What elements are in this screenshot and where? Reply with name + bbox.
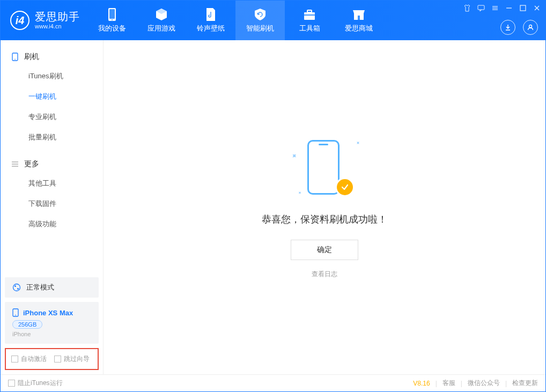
divider: |: [436, 380, 437, 387]
body: 刷机 iTunes刷机 一键刷机 专业刷机 批量刷机 更多 其他工具 下载固件: [1, 40, 545, 374]
sidebar-header-more[interactable]: 更多: [1, 155, 103, 173]
checkbox-skip-guide[interactable]: 跳过向导: [54, 354, 90, 364]
svg-point-26: [15, 315, 16, 316]
feedback-icon[interactable]: [477, 4, 485, 12]
svg-rect-3: [304, 12, 315, 20]
user-button[interactable]: [523, 20, 538, 35]
titlebar: i4 爱思助手 www.i4.cn 我的设备 应用游戏: [1, 1, 545, 40]
sparkle-icon: ✦: [297, 190, 304, 197]
sidebar-item-itunes-flash[interactable]: iTunes刷机: [1, 66, 103, 86]
sidebar-header-flash[interactable]: 刷机: [1, 48, 103, 66]
checkbox-icon: [54, 356, 61, 363]
logo-area: i4 爱思助手 www.i4.cn: [1, 1, 87, 40]
check-update-link[interactable]: 检查更新: [512, 379, 538, 388]
download-button[interactable]: [500, 20, 515, 35]
app-logo-icon: i4: [10, 11, 29, 30]
statusbar-right: V8.16 | 客服 | 微信公众号 | 检查更新: [413, 379, 538, 388]
device-card[interactable]: iPhone XS Max 256GB iPhone: [5, 302, 99, 344]
toolbox-icon: [302, 8, 316, 21]
minimize-button[interactable]: [505, 4, 513, 12]
version-label: V8.16: [413, 380, 430, 387]
sidebar-item-batch-flash[interactable]: 批量刷机: [1, 127, 103, 147]
sidebar-bottom: 正常模式 iPhone XS Max 256GB iPhone 自动激活: [1, 273, 103, 374]
svg-point-24: [17, 288, 19, 290]
statusbar-left: 阻止iTunes运行: [8, 379, 63, 388]
sidebar-item-advanced[interactable]: 高级功能: [1, 214, 103, 234]
sparkle-icon: ✦: [354, 139, 361, 146]
success-illustration: ✦ ✦ ✦: [292, 136, 357, 200]
sidebar-item-other-tools[interactable]: 其他工具: [1, 173, 103, 194]
svg-rect-4: [307, 10, 312, 12]
logo-text: 爱思助手 www.i4.cn: [35, 10, 80, 30]
status-icon: [12, 283, 21, 292]
music-file-icon: [204, 8, 218, 21]
svg-rect-5: [304, 14, 315, 16]
device-small-icon: [11, 53, 19, 61]
nav-label: 我的设备: [98, 24, 126, 33]
nav-label: 铃声壁纸: [197, 24, 225, 33]
success-message: 恭喜您，保资料刷机成功啦！: [262, 213, 387, 226]
checkbox-label: 自动激活: [21, 354, 47, 364]
window-controls: [463, 4, 541, 12]
device-mode-status[interactable]: 正常模式: [5, 277, 99, 298]
sparkle-icon: ✦: [289, 151, 300, 161]
tshirt-icon[interactable]: [463, 4, 471, 12]
section-title: 刷机: [24, 52, 39, 62]
nav-store[interactable]: 爱思商城: [334, 1, 383, 40]
checkbox-label: 阻止iTunes运行: [18, 379, 63, 388]
device-name-row: iPhone XS Max: [12, 308, 91, 317]
svg-point-2: [112, 19, 113, 20]
status-label: 正常模式: [26, 283, 54, 292]
nav-my-device[interactable]: 我的设备: [87, 1, 137, 40]
menu-icon[interactable]: [491, 4, 499, 12]
device-type: iPhone: [12, 331, 91, 337]
phone-icon: [105, 8, 119, 21]
nav-smart-flash[interactable]: 智能刷机: [235, 1, 285, 40]
app-url: www.i4.cn: [35, 23, 80, 30]
sidebar-list-flash: iTunes刷机 一键刷机 专业刷机 批量刷机: [1, 66, 103, 147]
app-window: i4 爱思助手 www.i4.cn 我的设备 应用游戏: [0, 0, 546, 392]
nav-label: 智能刷机: [246, 24, 274, 33]
nav-label: 工具箱: [299, 24, 320, 33]
device-name: iPhone XS Max: [23, 309, 73, 317]
sidebar-options-highlighted: 自动激活 跳过向导: [5, 348, 99, 370]
svg-rect-8: [478, 5, 484, 10]
checkbox-label: 跳过向导: [64, 354, 90, 364]
nav-label: 爱思商城: [345, 24, 373, 33]
sidebar-section-flash: 刷机 iTunes刷机 一键刷机 专业刷机 批量刷机: [1, 40, 103, 147]
divider: |: [461, 380, 462, 387]
app-title: 爱思助手: [35, 10, 80, 23]
svg-rect-1: [109, 9, 115, 19]
checkbox-block-itunes[interactable]: 阻止iTunes运行: [8, 379, 63, 388]
sidebar-item-pro-flash[interactable]: 专业刷机: [1, 107, 103, 127]
svg-point-18: [14, 59, 16, 60]
support-link[interactable]: 客服: [442, 379, 455, 388]
checkbox-auto-activate[interactable]: 自动激活: [11, 354, 47, 364]
svg-point-16: [529, 25, 532, 28]
view-log-link[interactable]: 查看日志: [312, 270, 337, 279]
list-icon: [11, 160, 19, 168]
sidebar-item-download-firmware[interactable]: 下载固件: [1, 194, 103, 214]
nav-apps-games[interactable]: 应用游戏: [137, 1, 186, 40]
ok-button[interactable]: 确定: [291, 240, 358, 260]
maximize-button[interactable]: [519, 4, 527, 12]
svg-rect-13: [520, 5, 526, 11]
nav-label: 应用游戏: [147, 24, 175, 33]
success-check-icon: [335, 177, 355, 197]
nav-ringtone-wallpaper[interactable]: 铃声壁纸: [186, 1, 235, 40]
cube-icon: [154, 8, 168, 21]
nav-toolbox[interactable]: 工具箱: [285, 1, 334, 40]
phone-illustration: [307, 140, 340, 195]
device-phone-icon: [12, 308, 19, 317]
sidebar-section-more: 更多 其他工具 下载固件 高级功能: [1, 147, 103, 234]
statusbar: 阻止iTunes运行 V8.16 | 客服 | 微信公众号 | 检查更新: [1, 374, 545, 391]
wechat-link[interactable]: 微信公众号: [468, 379, 500, 388]
main-content: ✦ ✦ ✦ 恭喜您，保资料刷机成功啦！ 确定 查看日志: [104, 40, 545, 374]
sidebar-list-more: 其他工具 下载固件 高级功能: [1, 173, 103, 234]
close-button[interactable]: [533, 4, 541, 12]
sidebar-item-oneclick-flash[interactable]: 一键刷机: [1, 86, 103, 107]
svg-point-23: [14, 285, 16, 287]
divider: |: [505, 380, 507, 387]
checkbox-icon: [11, 356, 18, 363]
sidebar: 刷机 iTunes刷机 一键刷机 专业刷机 批量刷机 更多 其他工具 下载固件: [1, 40, 104, 374]
